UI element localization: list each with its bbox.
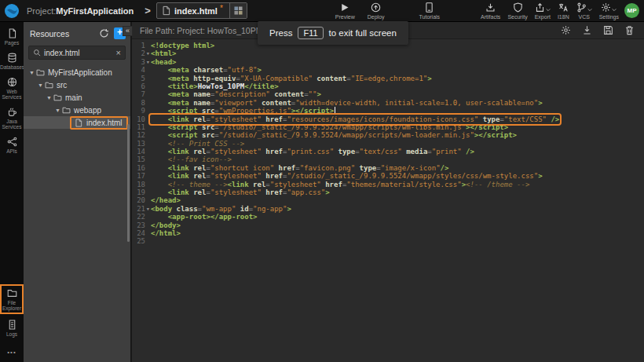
- code-line-16[interactable]: 16 <link rel="shortcut icon" href="favic…: [132, 164, 644, 172]
- wavemaker-logo-icon[interactable]: [4, 3, 20, 19]
- tree-node-src[interactable]: ▼src: [24, 79, 130, 91]
- code-line-13[interactable]: 13 <!-- Print CSS -->: [132, 140, 644, 148]
- code-line-21[interactable]: 21▼<body class="wm-app" id="ng-app">: [132, 205, 644, 213]
- export-label: Export: [535, 14, 551, 20]
- more-options-icon[interactable]: •••: [7, 349, 16, 356]
- i18n-label: I18N: [558, 14, 569, 20]
- code-text: <!--fav icon-->: [151, 155, 232, 163]
- code-line-23[interactable]: 23</body>: [132, 221, 644, 229]
- code-line-15[interactable]: 15 <!--fav icon-->: [132, 155, 644, 163]
- sidebar-item-logs[interactable]: Logs: [0, 320, 24, 337]
- export-button[interactable]: Export: [535, 2, 551, 20]
- fullscreen-tooltip: Press F11 to exit full screen: [258, 21, 408, 45]
- security-button[interactable]: Security: [507, 2, 527, 20]
- expand-arrow-icon[interactable]: ▼: [54, 108, 61, 113]
- code-text: </body>: [151, 221, 181, 229]
- code-text: </head>: [151, 196, 181, 204]
- code-text: <meta name="description" content="">: [151, 90, 321, 98]
- user-avatar[interactable]: MP: [624, 3, 639, 18]
- code-text: <link rel="stylesheet" href="app.css">: [151, 188, 330, 196]
- code-line-5[interactable]: 5 <meta http-equiv="X-UA-Compatible" con…: [132, 75, 644, 82]
- clear-search-icon[interactable]: ×: [116, 48, 121, 57]
- tree-node-webapp[interactable]: ▼webapp: [24, 104, 130, 116]
- code-line-19[interactable]: 19 <link rel="stylesheet" href="app.css"…: [132, 188, 644, 196]
- tree-node-myfirstapplication[interactable]: ▼MyFirstApplication: [24, 66, 130, 79]
- resources-scrollbar[interactable]: [127, 124, 130, 242]
- line-number: 2: [132, 49, 145, 57]
- code-line-22[interactable]: 22 <app-root></app-root>: [132, 213, 644, 221]
- grid-icon[interactable]: [229, 2, 247, 19]
- tree-node-label: MyFirstApplication: [48, 68, 112, 77]
- code-editor[interactable]: 1<!doctype html>2▼<html>3▼<head>4 <meta …: [132, 39, 644, 362]
- project-title: Project:MyFirstApplication: [27, 6, 134, 16]
- code-line-11[interactable]: 11 <script src="/studio/_static_/9.9.9.5…: [132, 123, 644, 131]
- expand-arrow-icon[interactable]: ▼: [37, 82, 44, 88]
- code-line-9[interactable]: 9 <script src="wmProperties.js"></script…: [132, 107, 644, 115]
- chevron-down-icon: [587, 8, 592, 12]
- line-number: 22: [132, 213, 145, 221]
- code-line-17[interactable]: 17 <link rel="stylesheet" href="/studio/…: [132, 172, 644, 180]
- tree-node-label: src: [57, 81, 67, 90]
- artifacts-button[interactable]: Artifacts: [481, 2, 500, 20]
- code-line-6[interactable]: 6 <title>HowTos_10PM</title>: [132, 82, 644, 90]
- sidebar-item-pages[interactable]: Pages: [0, 28, 24, 46]
- tab-index-html[interactable]: index.html *: [156, 2, 247, 19]
- trash-icon[interactable]: [624, 25, 635, 35]
- sidebar-item-databases[interactable]: Databases: [0, 53, 24, 70]
- preview-button[interactable]: Preview: [335, 2, 355, 20]
- settings-button[interactable]: Settings: [599, 2, 619, 20]
- file-icon: [75, 119, 83, 127]
- tree-node-label: webapp: [74, 106, 101, 115]
- code-line-3[interactable]: 3▼<head>: [132, 58, 644, 66]
- line-number: 10: [132, 115, 145, 123]
- sidebar-item-java-services[interactable]: Java Services: [0, 107, 24, 130]
- tutorials-label: Tutorials: [419, 14, 441, 20]
- folder-icon: [2, 288, 22, 298]
- i18n-icon: [558, 2, 569, 13]
- folder-icon: [62, 106, 71, 115]
- code-line-20[interactable]: 20</head>: [132, 196, 644, 204]
- code-line-4[interactable]: 4 <meta charset="utf-8">: [132, 66, 644, 74]
- tree-node-label: main: [65, 93, 82, 102]
- sidebar-item-apis[interactable]: APIs: [0, 137, 24, 154]
- save-icon[interactable]: [603, 25, 613, 35]
- expand-arrow-icon[interactable]: ▼: [28, 70, 35, 75]
- sidebar-item-web-services[interactable]: Web Services: [0, 77, 24, 100]
- code-line-25[interactable]: 25: [132, 237, 644, 245]
- settings-label: Settings: [599, 14, 619, 20]
- code-text: <meta http-equiv="X-UA-Compatible" conte…: [151, 75, 432, 82]
- code-line-18[interactable]: 18 <!-- theme --><link rel="stylesheet" …: [132, 181, 644, 188]
- tutorials-button[interactable]: Tutorials: [419, 2, 441, 20]
- code-line-14[interactable]: 14 <link rel="stylesheet" href="print.cs…: [132, 148, 644, 155]
- folder-icon: [45, 81, 53, 90]
- line-number: 12: [132, 131, 145, 139]
- tooltip-text-post: to exit full screen: [329, 28, 397, 38]
- pages-icon: [0, 28, 24, 38]
- line-number: 23: [132, 221, 145, 229]
- collapse-panel-button[interactable]: «: [123, 26, 133, 36]
- code-text: <head>: [151, 58, 177, 66]
- download-icon[interactable]: [582, 25, 592, 35]
- vcs-button[interactable]: VCS: [576, 2, 592, 20]
- i18n-button[interactable]: I18N: [558, 2, 569, 20]
- code-text: <script src="wmProperties.js"></script>: [151, 107, 335, 115]
- fold-marker-icon: ▼: [145, 49, 151, 57]
- code-line-7[interactable]: 7 <meta name="description" content="">: [132, 90, 644, 98]
- refresh-icon[interactable]: [99, 28, 109, 38]
- code-line-24[interactable]: 24</html>: [132, 229, 644, 237]
- left-sidebar: PagesDatabasesWeb ServicesJava ServicesA…: [0, 22, 24, 362]
- code-line-2[interactable]: 2▼<html>: [132, 49, 644, 57]
- code-text: <title>HowTos_10PM</title>: [151, 82, 279, 90]
- code-text: <!-- Print CSS -->: [151, 140, 244, 148]
- gear-icon[interactable]: [561, 25, 571, 35]
- deploy-button[interactable]: Deploy: [368, 2, 385, 20]
- tree-node-index-html[interactable]: index.html: [24, 116, 130, 129]
- code-line-8[interactable]: 8 <meta name="viewport" content="width=d…: [132, 99, 644, 107]
- tree-node-main[interactable]: ▼main: [24, 91, 130, 104]
- expand-arrow-icon[interactable]: ▼: [46, 95, 53, 101]
- tutorials-icon: [424, 2, 434, 13]
- code-line-10[interactable]: 10 <link rel="stylesheet" href="resource…: [132, 115, 644, 123]
- sidebar-item-file-explorer[interactable]: File Explorer: [0, 284, 24, 314]
- search-input[interactable]: [44, 49, 116, 57]
- code-line-12[interactable]: 12 <script src="/studio/_static_/9.9.9.5…: [132, 131, 644, 139]
